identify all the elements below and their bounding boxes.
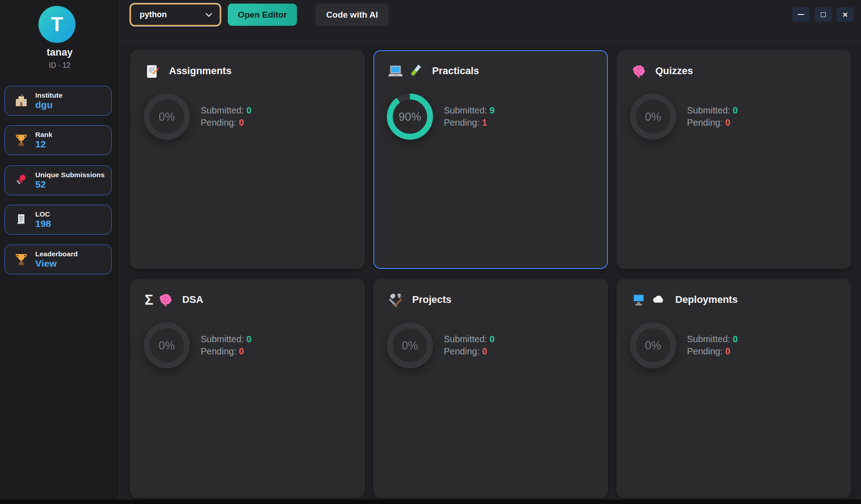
card-title: Assignments — [169, 65, 231, 77]
close-button[interactable]: ✕ — [837, 7, 854, 22]
submitted-value: 0 — [489, 334, 494, 344]
stat-value: 12 — [35, 139, 52, 150]
sidebar-item-institute[interactable]: Institute dgu — [5, 86, 112, 116]
pending-value: 0 — [239, 346, 244, 356]
app-window: T tanay ID · 12 Institute dgu Rank 12 Un… — [0, 0, 861, 499]
card-stats: Submitted: 0 Pending: 0 — [201, 104, 251, 129]
stat-label: Institute — [35, 91, 62, 99]
dashboard-grid: Assignments 0% Submitted: 0 Pending: — [130, 50, 851, 498]
stat-label: Leaderboard — [35, 250, 78, 258]
progress-percent: 0% — [630, 94, 676, 140]
progress-percent: 0% — [144, 94, 190, 140]
stat-value: 198 — [35, 218, 51, 229]
card-stats: Submitted: 0 Pending: 0 — [444, 333, 494, 358]
pending-label: Pending: — [687, 118, 723, 127]
chevron-down-icon — [205, 13, 212, 17]
pending-value: 0 — [482, 346, 487, 356]
progress-percent: 0% — [387, 322, 433, 368]
close-icon: ✕ — [842, 11, 848, 18]
maximize-button[interactable] — [814, 7, 832, 22]
school-icon — [14, 94, 28, 108]
window-controls: ✕ — [792, 7, 854, 22]
language-select[interactable]: python — [130, 4, 221, 26]
test-tube-icon — [408, 63, 423, 79]
sidebar-item-leaderboard[interactable]: Leaderboard View — [5, 245, 112, 274]
username: tanay — [0, 47, 119, 58]
pending-label: Pending: — [687, 346, 723, 356]
submitted-label: Submitted: — [444, 334, 487, 344]
submitted-label: Submitted: — [444, 105, 487, 115]
card-stats: Submitted: 0 Pending: 0 — [687, 104, 738, 129]
submitted-label: Submitted: — [201, 105, 244, 115]
progress-ring: 0% — [144, 94, 190, 140]
submitted-label: Submitted: — [201, 334, 244, 344]
sidebar-item-unique-submissions[interactable]: Unique Submissions 52 — [5, 165, 112, 195]
code-with-ai-button[interactable]: Code with AI — [315, 4, 389, 26]
cloud-icon — [651, 292, 666, 307]
sidebar: T tanay ID · 12 Institute dgu Rank 12 Un… — [0, 0, 119, 499]
submitted-label: Submitted: — [687, 105, 730, 115]
submitted-value: 9 — [489, 105, 494, 115]
progress-ring: 0% — [630, 94, 676, 140]
progress-ring: 0% — [387, 322, 433, 368]
open-editor-button[interactable]: Open Editor — [228, 4, 297, 26]
language-select-value: python — [140, 10, 167, 19]
card-dsa[interactable]: Σ DSA 0% Submitted: 0 — [130, 279, 365, 498]
card-title: Quizzes — [655, 65, 693, 77]
bottom-strip — [0, 499, 861, 504]
desktop-icon — [631, 292, 646, 307]
card-title: Projects — [412, 294, 452, 306]
avatar-letter: T — [51, 13, 63, 36]
stat-value: dgu — [35, 99, 62, 110]
tools-icon — [388, 292, 403, 307]
header-divider — [120, 41, 861, 41]
submitted-value: 0 — [733, 105, 738, 115]
trophy-icon — [14, 252, 28, 267]
minimize-button[interactable] — [792, 7, 809, 22]
progress-percent: 0% — [144, 322, 190, 368]
pending-label: Pending: — [444, 118, 480, 127]
card-assignments[interactable]: Assignments 0% Submitted: 0 Pending: — [130, 50, 365, 269]
maximize-icon — [821, 12, 826, 17]
submitted-value: 0 — [246, 334, 251, 344]
pushpin-icon — [14, 173, 28, 188]
pending-value: 0 — [725, 346, 730, 356]
pending-value: 1 — [482, 118, 487, 127]
progress-percent: 0% — [630, 322, 676, 368]
progress-percent: 90% — [387, 94, 433, 140]
card-stats: Submitted: 0 Pending: 0 — [687, 333, 738, 358]
card-deployments[interactable]: Deployments 0% Submitted: 0 Pending: — [616, 279, 851, 498]
memo-icon — [145, 63, 160, 79]
sigma-icon: Σ — [145, 292, 153, 307]
stat-label: Rank — [35, 131, 52, 139]
submitted-label: Submitted: — [687, 334, 730, 344]
pending-value: 0 — [239, 118, 244, 127]
avatar: T — [38, 6, 75, 43]
submitted-value: 0 — [246, 105, 251, 115]
trophy-icon — [14, 133, 28, 147]
card-quizzes[interactable]: Quizzes 0% Submitted: 0 Pending: — [616, 50, 851, 269]
brain-icon — [158, 292, 173, 307]
pending-label: Pending: — [201, 346, 236, 356]
pending-value: 0 — [725, 118, 730, 127]
progress-ring: 0% — [630, 322, 676, 368]
card-title: Practicals — [432, 65, 479, 77]
brain-icon — [631, 63, 646, 79]
card-title: DSA — [182, 294, 203, 306]
leaderboard-view-link[interactable]: View — [35, 258, 78, 269]
sidebar-item-rank[interactable]: Rank 12 — [5, 125, 112, 155]
card-projects[interactable]: Projects 0% Submitted: 0 Pending: — [373, 279, 608, 498]
stat-label: Unique Submissions — [35, 171, 104, 179]
sidebar-item-loc[interactable]: LOC 198 — [5, 205, 112, 235]
card-stats: Submitted: 0 Pending: 0 — [201, 333, 251, 358]
progress-ring: 0% — [144, 322, 190, 368]
stat-value: 52 — [35, 179, 104, 190]
card-practicals[interactable]: Practicals 90% Submitted: 9 Pending: — [373, 50, 608, 269]
submitted-value: 0 — [733, 334, 738, 344]
user-id: ID · 12 — [0, 61, 119, 70]
progress-ring: 90% — [387, 94, 433, 140]
pending-label: Pending: — [201, 118, 236, 127]
stat-label: LOC — [35, 210, 51, 218]
main-area: python Open Editor Code with AI ✕ — [120, 0, 861, 499]
card-title: Deployments — [675, 294, 738, 306]
